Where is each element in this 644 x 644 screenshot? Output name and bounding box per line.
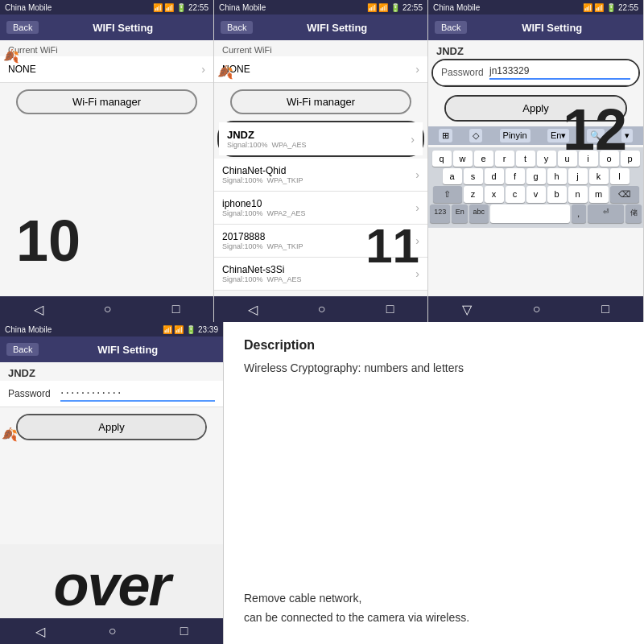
key-abc[interactable]: abc <box>469 204 488 223</box>
key-enter[interactable]: ⏎ <box>588 204 624 223</box>
kb-grid-icon[interactable]: ⊞ <box>439 129 452 142</box>
key-t[interactable]: t <box>516 151 535 167</box>
password-value-12[interactable]: jn133329 <box>489 65 630 80</box>
none-item-11[interactable]: NONE › <box>214 56 427 83</box>
key-comma[interactable]: ， <box>572 204 586 223</box>
key-i[interactable]: i <box>579 151 598 167</box>
password-field-row: Password jn133329 <box>433 60 638 85</box>
nav-bar-13: Back WIFI Setting <box>0 336 223 362</box>
key-store[interactable]: 储 <box>625 204 642 223</box>
nav-bar-12: Back WIFI Setting <box>428 14 643 40</box>
back-button-13[interactable]: Back <box>6 343 39 356</box>
chinanet-qhid-item[interactable]: ChinaNet-Qhid Signal:100% WPA_TKIP › <box>214 159 427 192</box>
back-nav-12[interactable]: ▽ <box>462 302 472 317</box>
20178888-name: 20178888 <box>222 231 303 242</box>
phone-panel-11: China Mobile 📶 📶 🔋 22:55 Back WIFI Setti… <box>214 0 428 322</box>
key-r[interactable]: r <box>495 151 514 167</box>
carrier-12: China Mobile <box>433 3 480 12</box>
back-button-11[interactable]: Back <box>221 21 253 34</box>
kb-diamond-icon[interactable]: ◇ <box>469 129 482 142</box>
key-u[interactable]: u <box>558 151 577 167</box>
nav-title-11: WIFI Setting <box>253 22 421 34</box>
status-icons-13: 📶 📶 🔋 23:39 <box>163 325 218 334</box>
back-nav-11[interactable]: ◁ <box>248 302 258 317</box>
kb-pinyin[interactable]: Pinyin <box>500 129 530 142</box>
key-f[interactable]: f <box>506 168 525 184</box>
recent-nav-11[interactable]: □ <box>386 302 394 316</box>
over-text: over <box>0 552 223 618</box>
home-nav-10[interactable]: ○ <box>104 302 112 316</box>
key-x[interactable]: x <box>485 186 504 203</box>
password-dots-13[interactable]: ············ <box>60 386 215 402</box>
key-o[interactable]: o <box>600 151 619 167</box>
home-nav-13[interactable]: ○ <box>109 624 117 638</box>
iphone10-item[interactable]: iphone10 Signal:100% WPA2_AES › <box>214 192 427 225</box>
chinanet-s3si-signal: Signal:100% WPA_AES <box>222 275 301 283</box>
status-bar-11: China Mobile 📶 📶 🔋 22:55 <box>214 0 427 14</box>
key-123[interactable]: 123 <box>430 204 450 223</box>
password-row-13: Password ············ <box>0 381 223 407</box>
status-icons-12: 📶 📶 🔋 22:55 <box>583 3 638 12</box>
wifi-manager-btn-11[interactable]: Wi-Fi manager <box>230 89 411 114</box>
back-button-12[interactable]: Back <box>435 21 467 34</box>
key-m[interactable]: m <box>589 186 609 203</box>
recent-nav-12[interactable]: □ <box>601 302 609 316</box>
back-nav-13[interactable]: ◁ <box>35 624 45 639</box>
key-space[interactable] <box>490 204 570 223</box>
key-k[interactable]: k <box>589 168 609 184</box>
key-row-2: a s d f g h j k l <box>430 168 642 184</box>
key-d[interactable]: d <box>485 168 504 184</box>
jndz-title-12: JNDZ <box>428 40 643 59</box>
chinanet-qhid-signal: Signal:100% WPA_TKIP <box>222 176 303 184</box>
carrier-10: China Mobile <box>5 3 52 12</box>
recent-nav-13[interactable]: □ <box>180 624 188 638</box>
key-v[interactable]: v <box>526 186 546 203</box>
password-oval: Password jn133329 <box>431 59 640 87</box>
recent-nav-10[interactable]: □ <box>172 302 180 316</box>
key-s[interactable]: s <box>464 168 483 184</box>
key-a[interactable]: a <box>443 168 462 184</box>
key-row-3: ⇧ z x c v b n m ⌫ <box>430 186 642 203</box>
phone-panel-12: China Mobile 📶 📶 🔋 22:55 Back WIFI Setti… <box>428 0 644 322</box>
status-bar-12: China Mobile 📶 📶 🔋 22:55 <box>428 0 643 14</box>
chinanet-qhid-name: ChinaNet-Qhid <box>222 165 303 176</box>
kb-more[interactable]: ▾ <box>621 129 633 142</box>
key-z[interactable]: z <box>464 186 483 203</box>
key-c[interactable]: c <box>506 186 525 203</box>
chinanet-s3si-item[interactable]: ChinaNet-s3Si Signal:100% WPA_AES › <box>214 258 427 291</box>
key-n[interactable]: n <box>568 186 588 203</box>
key-h[interactable]: h <box>547 168 567 184</box>
jndz-network-item[interactable]: JNDZ Signal:100% WPA_AES › <box>217 121 424 157</box>
key-row-4: 123 En abc ， ⏎ 储 <box>430 204 642 223</box>
key-e[interactable]: e <box>474 151 493 167</box>
home-nav-11[interactable]: ○ <box>318 302 326 316</box>
key-y[interactable]: y <box>537 151 556 167</box>
key-en[interactable]: En <box>452 204 468 223</box>
kb-en[interactable]: En▾ <box>547 129 569 142</box>
content-10: Current WiFi NONE › Wi-Fi manager <box>0 40 213 296</box>
bottom-nav-12: ▽ ○ □ <box>428 296 643 322</box>
wifi-manager-btn-10[interactable]: Wi-Fi manager <box>16 89 197 114</box>
key-p[interactable]: p <box>621 151 640 167</box>
key-l[interactable]: l <box>610 168 630 184</box>
phone-panel-10: China Mobile 📶 📶 🔋 22:55 Back WIFI Setti… <box>0 0 214 322</box>
key-w[interactable]: w <box>453 151 473 167</box>
20178888-signal: Signal:100% WPA_TKIP <box>222 242 303 250</box>
apply-btn-12[interactable]: Apply <box>446 97 625 120</box>
none-item-10[interactable]: NONE › <box>0 56 213 83</box>
jndz-signal: Signal:100% WPA_AES <box>227 141 306 149</box>
key-backspace[interactable]: ⌫ <box>610 186 639 203</box>
back-nav-10[interactable]: ◁ <box>34 302 43 317</box>
key-q[interactable]: q <box>432 151 452 167</box>
current-wifi-label-10: Current WiFi <box>0 40 213 56</box>
apply-btn-13[interactable]: Apply <box>18 415 205 439</box>
key-b[interactable]: b <box>547 186 567 203</box>
key-j[interactable]: j <box>568 168 588 184</box>
20178888-item[interactable]: 20178888 Signal:100% WPA_TKIP › <box>214 225 427 258</box>
keyboard-12: q w e r t y u i o p a s d f g h <box>428 147 643 228</box>
key-g[interactable]: g <box>526 168 546 184</box>
kb-search-icon[interactable]: 🔍 <box>587 129 605 142</box>
key-shift[interactable]: ⇧ <box>433 186 462 203</box>
back-button-10[interactable]: Back <box>6 21 39 34</box>
home-nav-12[interactable]: ○ <box>533 302 541 316</box>
